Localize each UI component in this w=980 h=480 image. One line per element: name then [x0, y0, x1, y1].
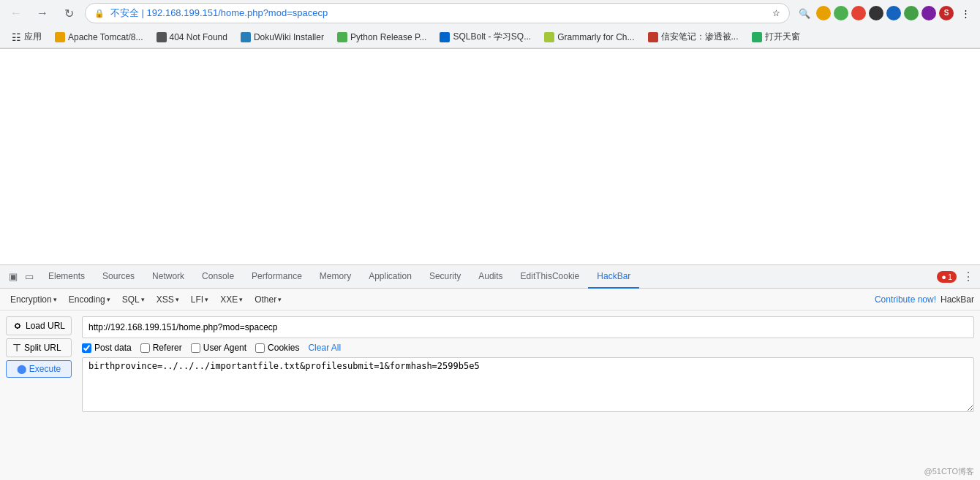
- tab-console[interactable]: Console: [193, 265, 243, 289]
- extension-icon6[interactable]: [904, 6, 919, 20]
- hackbar-name-label: HackBar: [941, 294, 974, 305]
- bookmark-label: Grammarly for Ch...: [557, 32, 634, 42]
- hackbar-contribute-area: Contribute now! HackBar: [875, 294, 974, 305]
- security-icon: 🔒: [94, 9, 105, 18]
- bookmark-label: DokuWiki Installer: [254, 32, 324, 42]
- execute-button[interactable]: ⬤ Execute: [6, 360, 72, 378]
- bookmark-label: Python Release P...: [350, 32, 427, 42]
- bookmark-xin[interactable]: 信安笔记：渗透被...: [642, 29, 745, 45]
- contribute-link[interactable]: Contribute now!: [875, 294, 936, 305]
- tab-performance[interactable]: Performance: [243, 265, 311, 289]
- cookies-checkbox-label[interactable]: Cookies: [255, 343, 299, 353]
- back-button[interactable]: ←: [6, 3, 26, 23]
- device-icon[interactable]: ▭: [22, 268, 37, 285]
- clear-all-button[interactable]: Clear All: [308, 343, 341, 353]
- user-agent-label: User Agent: [203, 343, 246, 353]
- encoding-menu[interactable]: Encoding ▾: [64, 293, 115, 306]
- tab-sources[interactable]: Sources: [94, 265, 143, 289]
- hackbar-content: ⭘ Load URL ⊤ Split URL ⬤ Execute Post da…: [0, 311, 980, 418]
- devtools-panel-controls: ▣ ▭: [3, 268, 39, 285]
- tab-hackbar[interactable]: HackBar: [588, 265, 639, 289]
- post-data-checkbox-label[interactable]: Post data: [82, 343, 132, 353]
- extension-icon4[interactable]: [869, 6, 883, 20]
- url-input[interactable]: [82, 316, 974, 338]
- lfi-label: LFI: [191, 294, 203, 305]
- star-icon[interactable]: ☆: [772, 8, 780, 18]
- security-label: 不安全 |: [110, 7, 147, 18]
- error-badge: ● 1: [937, 271, 957, 283]
- hackbar-action-buttons: ⭘ Load URL ⊤ Split URL ⬤ Execute: [3, 313, 76, 415]
- bookmark-python[interactable]: Python Release P...: [331, 31, 433, 44]
- xss-menu[interactable]: XSS ▾: [152, 293, 184, 306]
- referer-label: Referer: [153, 343, 182, 353]
- menu-icon[interactable]: ⋮: [957, 4, 974, 22]
- user-agent-checkbox[interactable]: [191, 343, 200, 353]
- post-data-label: Post data: [94, 343, 132, 353]
- other-chevron: ▾: [278, 296, 282, 303]
- error-icon: ●: [941, 273, 946, 281]
- cookies-label: Cookies: [268, 343, 299, 353]
- apps-label: 应用: [24, 31, 42, 43]
- post-data-checkbox[interactable]: [82, 343, 91, 353]
- tab-network[interactable]: Network: [143, 265, 193, 289]
- devtools-tab-bar: ▣ ▭ Elements Sources Network Console Per…: [0, 265, 980, 289]
- bookmark-doku[interactable]: DokuWiki Installer: [235, 31, 330, 44]
- extension-icon3[interactable]: [851, 6, 866, 20]
- tab-memory[interactable]: Memory: [311, 265, 360, 289]
- cookies-checkbox[interactable]: [255, 343, 265, 353]
- main-content: [0, 49, 980, 250]
- extension-icon5[interactable]: [886, 6, 901, 20]
- tab-elements[interactable]: Elements: [39, 265, 94, 289]
- address-text: 不安全 | 192.168.199.151/home.php?mod=space…: [110, 7, 766, 20]
- lfi-menu[interactable]: LFI ▾: [186, 293, 213, 306]
- tab-application[interactable]: Application: [360, 265, 421, 289]
- bookmark-label: Apache Tomcat/8...: [68, 32, 143, 42]
- forward-button[interactable]: →: [32, 3, 53, 23]
- encryption-chevron: ▾: [53, 296, 57, 303]
- extension-icon8[interactable]: S: [939, 6, 954, 20]
- post-options: Post data Referer User Agent Cookies Cle…: [82, 341, 974, 354]
- bookmark-404[interactable]: 404 Not Found: [151, 31, 233, 44]
- tab-editthiscookie[interactable]: EditThisCookie: [512, 265, 589, 289]
- xxe-menu[interactable]: XXE ▾: [216, 293, 247, 306]
- execute-icon: ⬤: [17, 364, 26, 374]
- tab-audits[interactable]: Audits: [470, 265, 511, 289]
- bookmark-label: 信安笔记：渗透被...: [661, 31, 739, 43]
- browser-chrome: ← → ↻ 🔒 不安全 | 192.168.199.151/home.php?m…: [0, 0, 980, 49]
- more-options-icon[interactable]: ⋮: [962, 270, 974, 283]
- encryption-menu[interactable]: Encryption ▾: [6, 293, 61, 306]
- bookmark-gram[interactable]: Grammarly for Ch...: [538, 31, 640, 44]
- sql-menu[interactable]: SQL ▾: [118, 293, 149, 306]
- extension-icon7[interactable]: [921, 6, 936, 20]
- bookmark-label: 打开天窗: [765, 31, 800, 43]
- xxe-chevron: ▾: [239, 296, 243, 303]
- split-url-icon: ⊤: [12, 342, 21, 354]
- search-icon[interactable]: 🔍: [796, 4, 813, 22]
- load-url-button[interactable]: ⭘ Load URL: [6, 316, 72, 335]
- bookmark-open[interactable]: 打开天窗: [746, 29, 806, 45]
- extension-icon1[interactable]: [816, 6, 831, 20]
- devtools-panel: ▣ ▭ Elements Sources Network Console Per…: [0, 264, 980, 480]
- extension-icon2[interactable]: [834, 6, 848, 20]
- bookmark-sql[interactable]: SQLBolt - 学习SQ...: [434, 29, 537, 45]
- refresh-button[interactable]: ↻: [59, 3, 79, 23]
- execute-label: Execute: [29, 364, 61, 374]
- load-url-label: Load URL: [26, 321, 65, 331]
- address-bar[interactable]: 🔒 不安全 | 192.168.199.151/home.php?mod=spa…: [85, 3, 790, 23]
- nav-bar: ← → ↻ 🔒 不安全 | 192.168.199.151/home.php?m…: [0, 0, 980, 26]
- tab-security[interactable]: Security: [421, 265, 470, 289]
- bookmarks-apps[interactable]: ☷ 应用: [6, 29, 48, 45]
- other-menu[interactable]: Other ▾: [250, 293, 286, 306]
- referer-checkbox[interactable]: [140, 343, 150, 353]
- address-url: 192.168.199.151/home.php?mod=spacecp: [147, 7, 328, 18]
- hackbar-toolbar: Encryption ▾ Encoding ▾ SQL ▾ XSS ▾ LFI …: [0, 289, 980, 311]
- bookmark-tomcat[interactable]: Apache Tomcat/8...: [49, 31, 149, 44]
- user-agent-checkbox-label[interactable]: User Agent: [191, 343, 246, 353]
- encoding-label: Encoding: [69, 294, 105, 305]
- post-data-textarea[interactable]: birthprovince=../../../importantfile.txt…: [82, 357, 974, 412]
- xss-chevron: ▾: [176, 296, 179, 303]
- inspect-icon[interactable]: ▣: [6, 268, 20, 285]
- split-url-button[interactable]: ⊤ Split URL: [6, 338, 72, 357]
- encryption-label: Encryption: [10, 294, 52, 305]
- referer-checkbox-label[interactable]: Referer: [140, 343, 182, 353]
